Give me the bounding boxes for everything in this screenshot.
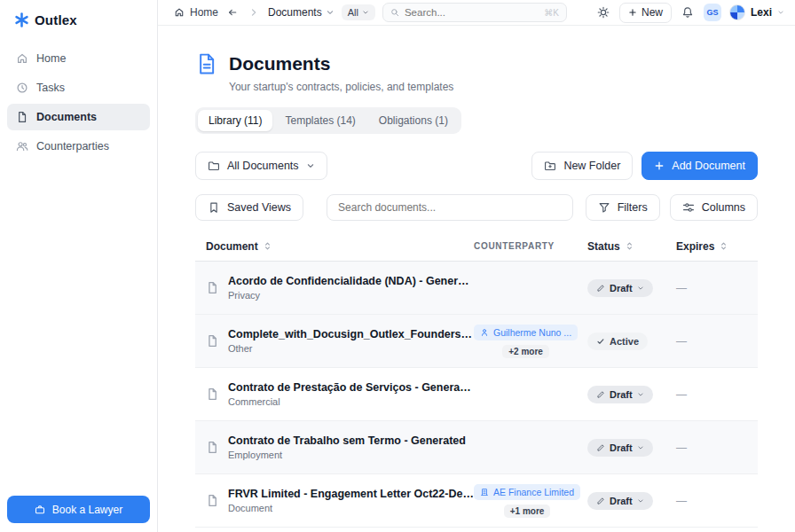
bookmark-icon bbox=[208, 201, 220, 214]
forward-button[interactable] bbox=[247, 5, 261, 20]
counterparty-pill[interactable]: Guilherme Nuno ... bbox=[474, 325, 578, 340]
folder-filter-dropdown[interactable]: All Documents bbox=[195, 152, 327, 180]
counterparty-cell: AE Finance Limited +1 more bbox=[474, 484, 587, 518]
table-row[interactable]: Contrato de Prestação de Serviços - Gene… bbox=[195, 368, 758, 421]
sidebar-item-home[interactable]: Home bbox=[7, 45, 150, 72]
status-dropdown[interactable]: Draft bbox=[587, 279, 653, 297]
chevron-down-icon bbox=[637, 285, 644, 292]
global-search[interactable]: ⌘K bbox=[382, 3, 567, 22]
new-button[interactable]: New bbox=[619, 3, 672, 23]
counterparty-cell: Guilherme Nuno ... +2 more bbox=[474, 325, 587, 358]
document-category: Privacy bbox=[228, 290, 474, 301]
document-title: Complete_with_Docusign_Outlex_Founders_A… bbox=[228, 328, 474, 340]
chevron-down-icon bbox=[637, 497, 644, 505]
new-folder-button[interactable]: New Folder bbox=[531, 152, 633, 180]
sidebar-item-label: Home bbox=[36, 52, 66, 65]
page-header: Documents bbox=[195, 52, 758, 75]
table-header: Document COUNTERPARTY Status Expires bbox=[195, 231, 758, 262]
back-button[interactable] bbox=[225, 5, 240, 20]
sidebar-item-tasks[interactable]: Tasks bbox=[7, 74, 150, 101]
plus-icon bbox=[628, 8, 637, 17]
expires-cell: — bbox=[676, 388, 758, 401]
outlex-logo-icon bbox=[14, 12, 29, 27]
pencil-icon bbox=[596, 390, 605, 399]
table-row[interactable]: Contrato de Trabalho sem Termo - Generat… bbox=[195, 421, 758, 474]
column-header-expires[interactable]: Expires bbox=[676, 240, 758, 253]
book-a-lawyer-button[interactable]: Book a Lawyer bbox=[7, 496, 150, 523]
add-document-button[interactable]: Add Document bbox=[642, 152, 758, 180]
sun-icon bbox=[597, 6, 610, 19]
status-dropdown[interactable]: Draft bbox=[587, 492, 653, 510]
page-title: Documents bbox=[229, 53, 330, 74]
expires-value: — bbox=[676, 335, 687, 348]
sort-icon bbox=[625, 241, 634, 251]
document-title: Contrato de Trabalho sem Termo - Generat… bbox=[228, 434, 466, 447]
chevron-down-icon bbox=[637, 444, 644, 451]
columns-button[interactable]: Columns bbox=[670, 194, 758, 221]
folder-filter-label: All Documents bbox=[227, 160, 299, 172]
pencil-icon bbox=[596, 497, 605, 505]
search-icon bbox=[390, 8, 399, 17]
table-row[interactable]: Complete_with_Docusign_Outlex_Founders_A… bbox=[195, 315, 758, 368]
workspace-avatar[interactable]: GS bbox=[704, 4, 721, 21]
theme-toggle-button[interactable] bbox=[595, 4, 611, 20]
table-row[interactable]: FRVR Limited - Engagement Letter Oct22-D… bbox=[195, 474, 758, 528]
global-search-input[interactable] bbox=[405, 7, 539, 18]
sidebar-nav: Home Tasks Documents Counterparties bbox=[7, 45, 150, 160]
counterparty-pill[interactable]: AE Finance Limited bbox=[474, 484, 580, 500]
expires-value: — bbox=[676, 388, 687, 401]
brand[interactable]: Outlex bbox=[7, 9, 150, 45]
expires-cell: — bbox=[676, 495, 758, 507]
user-name: Lexi bbox=[751, 6, 772, 19]
add-document-label: Add Document bbox=[672, 160, 745, 172]
document-category: Other bbox=[228, 343, 474, 354]
file-icon bbox=[206, 494, 219, 507]
scope-filter-dropdown[interactable]: All bbox=[342, 4, 375, 20]
breadcrumb-documents[interactable]: Documents bbox=[268, 6, 335, 19]
chevron-down-icon bbox=[637, 391, 644, 398]
file-icon bbox=[206, 441, 219, 454]
new-button-label: New bbox=[642, 6, 663, 19]
tab-obligations[interactable]: Obligations (1) bbox=[368, 110, 459, 131]
person-icon bbox=[480, 328, 489, 337]
sidebar-item-documents[interactable]: Documents bbox=[7, 104, 150, 130]
filters-button[interactable]: Filters bbox=[586, 194, 660, 221]
column-header-counterparty: COUNTERPARTY bbox=[474, 241, 587, 251]
status-dropdown[interactable]: Active bbox=[587, 332, 648, 350]
documents-page-icon bbox=[195, 52, 218, 75]
notifications-button[interactable] bbox=[680, 4, 696, 20]
documents-search[interactable] bbox=[327, 194, 573, 221]
tab-bar: Library (11) Templates (14) Obligations … bbox=[195, 107, 461, 134]
toolbar-actions: New Folder Add Document bbox=[531, 152, 758, 180]
status-cell: Active bbox=[587, 332, 676, 350]
document-cell: Complete_with_Docusign_Outlex_Founders_A… bbox=[195, 328, 474, 354]
tab-templates[interactable]: Templates (14) bbox=[274, 110, 366, 131]
arrow-left-icon bbox=[227, 7, 238, 18]
topbar-home-link[interactable]: Home bbox=[174, 6, 218, 19]
sidebar-item-counterparties[interactable]: Counterparties bbox=[7, 133, 150, 160]
table-row[interactable]: Acordo de Confidencialidade (NDA) - Gene… bbox=[195, 262, 758, 315]
page-subtitle: Your startup's contracts, policies, and … bbox=[229, 81, 758, 93]
tab-library[interactable]: Library (11) bbox=[198, 110, 272, 131]
status-dropdown[interactable]: Draft bbox=[587, 439, 653, 457]
document-cell: Contrato de Trabalho sem Termo - Generat… bbox=[195, 434, 474, 460]
counterparty-name: Guilherme Nuno ... bbox=[493, 327, 571, 338]
file-icon bbox=[206, 334, 219, 348]
counterparty-more-badge[interactable]: +2 more bbox=[502, 345, 549, 358]
status-dropdown[interactable]: Draft bbox=[587, 386, 653, 403]
counterparty-more-badge[interactable]: +1 more bbox=[504, 505, 551, 518]
folder-icon bbox=[208, 160, 220, 172]
documents-search-input[interactable] bbox=[338, 201, 562, 214]
column-header-document[interactable]: Document bbox=[195, 240, 474, 253]
file-icon bbox=[206, 281, 219, 294]
saved-views-button[interactable]: Saved Views bbox=[195, 194, 303, 221]
status-cell: Draft bbox=[587, 492, 676, 510]
expires-cell: — bbox=[676, 442, 758, 454]
user-avatar bbox=[729, 4, 745, 20]
briefcase-icon bbox=[35, 505, 45, 515]
user-menu[interactable]: Lexi bbox=[729, 4, 784, 20]
status-cell: Draft bbox=[587, 386, 676, 403]
scope-filter-label: All bbox=[348, 7, 358, 18]
plus-icon bbox=[654, 160, 665, 171]
column-header-status[interactable]: Status bbox=[587, 240, 676, 253]
